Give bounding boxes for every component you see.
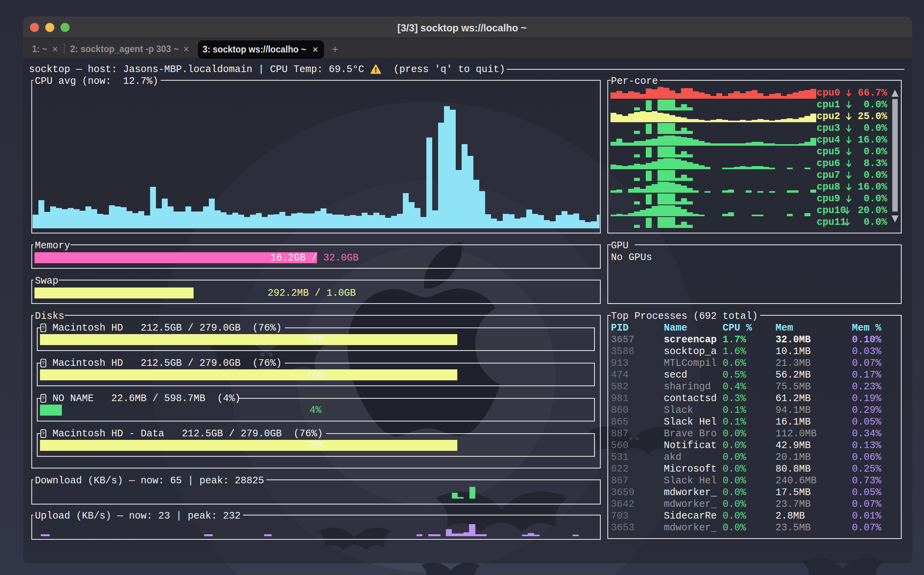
svg-text:cpu0: cpu0 [817,87,840,99]
svg-text:?: ? [42,325,45,331]
svg-text:3: socktop ws://localho ~: 3: socktop ws://localho ~ [203,44,306,54]
svg-text:0.0%: 0.0% [858,146,888,157]
svg-text:socktop — host: Jasons-MBP.loc: socktop — host: Jasons-MBP.localdomain |… [29,64,364,75]
svg-text:cpu5: cpu5 [817,146,840,157]
svg-text:112.0MB: 112.0MB [775,428,817,439]
svg-text:0.5%: 0.5% [723,369,746,381]
svg-text:8.3%: 8.3% [858,158,888,169]
svg-text:0.25%: 0.25% [852,463,882,475]
svg-text:1.6%: 1.6% [723,346,746,357]
svg-text:0.3%: 0.3% [723,393,746,404]
svg-text:Mem %: Mem % [852,322,882,334]
svg-text:42.9MB: 42.9MB [775,440,811,451]
svg-text:Macintosh HD 212.5GB / 279.0: Macintosh HD 212.5GB / 279.0GB (76%) [53,322,282,334]
svg-text:860: 860 [611,405,629,416]
svg-text:cpu1: cpu1 [817,99,840,110]
svg-text:75.5MB: 75.5MB [775,381,811,392]
svg-text:582: 582 [611,381,629,392]
svg-text:56.2MB: 56.2MB [775,369,811,381]
svg-text:secd: secd [664,369,687,381]
svg-text:cpu9: cpu9 [817,193,840,204]
svg-text:0.0%: 0.0% [723,452,746,463]
svg-text:66.7%: 66.7% [858,87,888,99]
svg-text:cpu4: cpu4 [817,134,840,146]
svg-text:0.07%: 0.07% [852,499,882,510]
svg-text:contactsd: contactsd [664,393,717,404]
svg-text:867: 867 [611,475,629,486]
svg-text:560: 560 [611,440,629,451]
svg-text:0.0%: 0.0% [723,487,746,498]
svg-text:Name: Name [664,322,687,334]
svg-text:Microsoft: Microsoft [664,463,717,475]
svg-text:akd: akd [664,452,681,463]
svg-text:SidecarRe: SidecarRe [664,510,717,522]
svg-text:cpu7: cpu7 [817,170,840,181]
svg-text:20.1MB: 20.1MB [775,452,811,463]
svg-text:0.0%: 0.0% [858,170,888,181]
svg-text:×: × [52,43,58,54]
svg-text:×: × [183,43,189,54]
svg-text:887: 887 [611,428,629,439]
svg-text:Disks: Disks [35,311,64,322]
svg-text:Mem: Mem [775,322,793,334]
svg-text:?: ? [42,360,45,366]
svg-text:Brave Bro: Brave Bro [664,428,717,439]
svg-text:socktop_a: socktop_a [664,346,717,357]
svg-text:23.7MB: 23.7MB [775,499,811,510]
svg-text:0.06%: 0.06% [852,452,882,463]
svg-text:MTLCompil: MTLCompil [664,358,717,369]
svg-text:76%: 76% [306,440,324,451]
svg-text:3659: 3659 [611,487,634,498]
svg-text:16.0%: 16.0% [858,181,888,193]
svg-text:0.0%: 0.0% [723,475,746,486]
svg-text:CPU avg (now: 12.7%): CPU avg (now: 12.7%) [35,76,158,87]
svg-text:981: 981 [611,393,629,404]
svg-text:Slack Hel: Slack Hel [664,475,717,486]
svg-text:32.0MB: 32.0MB [775,334,811,345]
svg-text:703: 703 [611,510,629,522]
svg-text:×: × [312,43,318,55]
svg-text:mdworker_: mdworker_ [664,499,717,510]
svg-text:Macintosh HD - Data 212.5GB: Macintosh HD - Data 212.5GB / 279.0GB (7… [53,428,323,439]
svg-text:4%: 4% [310,405,322,416]
svg-text:0.34%: 0.34% [852,428,882,439]
svg-text:16.1MB: 16.1MB [775,416,811,428]
svg-text:0.05%: 0.05% [852,416,882,428]
svg-text:Notificat: Notificat [664,440,717,451]
svg-text:0.0%: 0.0% [723,440,746,451]
svg-text:10.1MB: 10.1MB [775,346,811,357]
svg-text:0.0%: 0.0% [723,522,746,533]
svg-text:474: 474 [611,369,629,381]
svg-text:0.0%: 0.0% [723,428,746,439]
svg-text:Memory: Memory [35,240,70,251]
svg-text:NO NAME 22.6MB / 598.7MB (4: NO NAME 22.6MB / 598.7MB (4%) [53,393,241,404]
svg-text:61.2MB: 61.2MB [775,393,811,404]
svg-text:622: 622 [611,463,629,475]
svg-text:Per-core: Per-core [611,76,658,87]
svg-text:3653: 3653 [611,522,634,533]
svg-text:mdworker_: mdworker_ [664,487,717,498]
svg-text:0.07%: 0.07% [852,522,882,533]
svg-text:3588: 3588 [611,346,634,357]
svg-text:0.03%: 0.03% [852,346,882,357]
svg-text:2.8MB: 2.8MB [775,510,805,522]
svg-text:25.0%: 25.0% [858,111,888,122]
svg-text:Swap: Swap [35,275,58,287]
svg-text:0.0%: 0.0% [723,499,746,510]
svg-text:0.0%: 0.0% [858,193,888,204]
svg-text:Upload (KB/s) — now: 23 | peak: Upload (KB/s) — now: 23 | peak: 232 [35,510,241,522]
svg-text:16.2GB /: 16.2GB / [270,252,317,264]
svg-text:sharingd: sharingd [664,381,711,392]
svg-text:1.7%: 1.7% [723,334,746,345]
svg-text:0.05%: 0.05% [852,487,882,498]
svg-text:0.0%: 0.0% [858,217,888,228]
svg-text:16.0%: 16.0% [858,134,888,146]
svg-text:0.1%: 0.1% [723,405,746,416]
svg-text:?: ? [42,396,45,401]
svg-text:cpu11: cpu11 [817,217,846,228]
svg-text:mdworker_: mdworker_ [664,522,717,533]
svg-text:cpu2: cpu2 [817,111,840,122]
svg-text:94.1MB: 94.1MB [775,405,811,416]
svg-text:32.0GB: 32.0GB [323,252,359,264]
svg-text:0.10%: 0.10% [852,334,882,345]
